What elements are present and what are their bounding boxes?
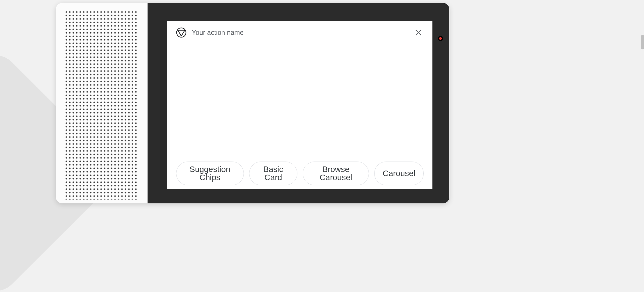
smart-display-device: Your action name Suggestion Chips Basic … xyxy=(56,3,449,203)
action-logo-icon xyxy=(176,27,187,38)
card-header: Your action name xyxy=(167,21,432,44)
record-indicator-icon xyxy=(438,36,443,41)
speaker-grille xyxy=(56,3,148,203)
action-title: Your action name xyxy=(192,29,408,37)
close-button[interactable] xyxy=(413,27,424,38)
card-body xyxy=(167,44,432,162)
chip-carousel[interactable]: Carousel xyxy=(374,162,424,185)
suggestion-chips-row: Suggestion Chips Basic Card Browse Carou… xyxy=(167,162,432,189)
conversation-card: Your action name Suggestion Chips Basic … xyxy=(167,21,432,189)
speaker-grille-dots xyxy=(65,10,138,200)
page-scrollbar[interactable] xyxy=(641,35,644,49)
chip-suggestion-chips[interactable]: Suggestion Chips xyxy=(176,162,244,185)
svg-rect-1 xyxy=(65,11,138,199)
close-icon xyxy=(415,33,422,37)
chip-browse-carousel[interactable]: Browse Carousel xyxy=(303,162,369,185)
device-screen: Your action name Suggestion Chips Basic … xyxy=(148,3,449,203)
chip-basic-card[interactable]: Basic Card xyxy=(249,162,298,185)
